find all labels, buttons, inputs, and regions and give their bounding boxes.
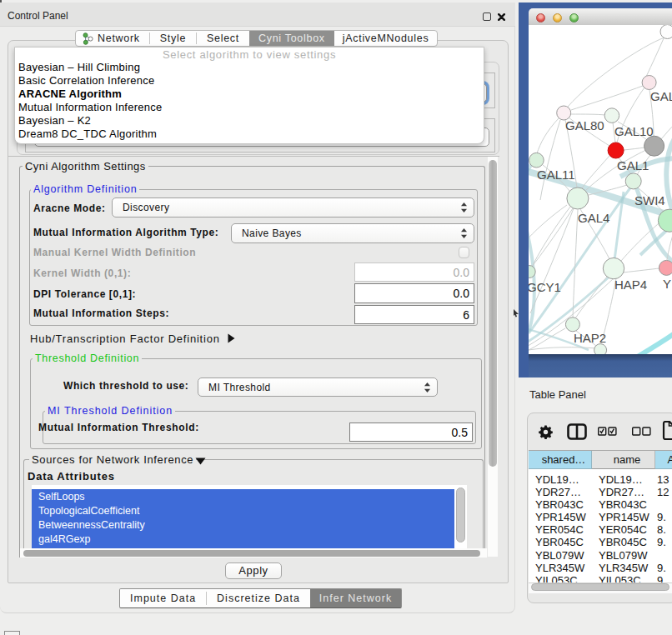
svg-text:GAL4: GAL4 [578,211,609,225]
svg-text:GCY1: GCY1 [529,280,561,294]
svg-text:GAL2: GAL2 [650,89,672,103]
svg-text:HAP4: HAP4 [614,278,647,292]
svg-text:SWI4: SWI4 [634,193,665,208]
svg-text:GAL11: GAL11 [537,168,575,182]
svg-text:GAL80: GAL80 [565,118,604,132]
svg-text:Y: Y [663,277,671,291]
svg-text:GAL1: GAL1 [617,158,649,172]
svg-text:GAL10: GAL10 [614,124,654,138]
svg-text:HAP2: HAP2 [574,331,606,345]
